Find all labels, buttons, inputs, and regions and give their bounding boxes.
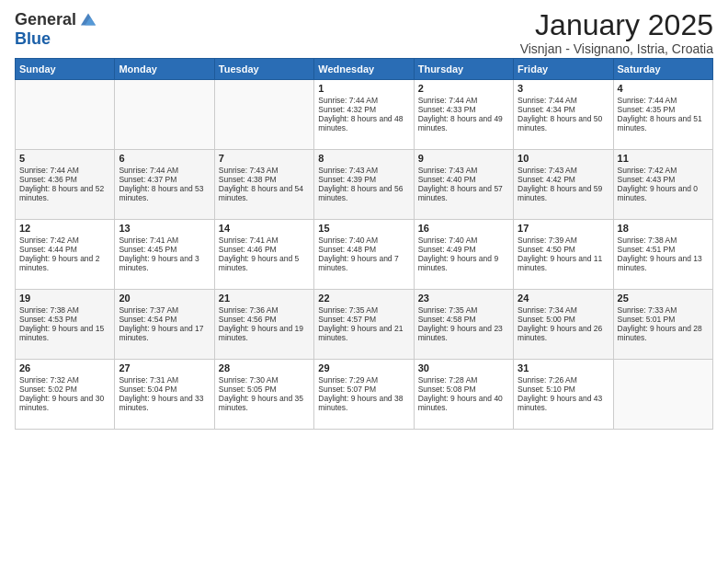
day-number: 12 — [19, 223, 110, 234]
calendar-cell: 18Sunrise: 7:38 AMSunset: 4:51 PMDayligh… — [613, 220, 712, 290]
day-info-line: Daylight: 9 hours and 3 minutes. — [119, 254, 210, 272]
day-number: 3 — [518, 83, 609, 94]
calendar-cell: 8Sunrise: 7:43 AMSunset: 4:39 PMDaylight… — [314, 150, 414, 220]
calendar-cell: 26Sunrise: 7:32 AMSunset: 5:02 PMDayligh… — [16, 360, 115, 430]
day-info-line: Daylight: 9 hours and 40 minutes. — [418, 394, 509, 412]
location-title: Visnjan - Visignano, Istria, Croatia — [520, 41, 713, 56]
calendar-cell: 11Sunrise: 7:42 AMSunset: 4:43 PMDayligh… — [613, 150, 712, 220]
day-info-line: Daylight: 9 hours and 7 minutes. — [318, 254, 409, 272]
calendar-cell: 22Sunrise: 7:35 AMSunset: 4:57 PMDayligh… — [314, 290, 414, 360]
calendar-cell: 27Sunrise: 7:31 AMSunset: 5:04 PMDayligh… — [115, 360, 214, 430]
day-info-line: Sunrise: 7:26 AM — [518, 375, 609, 385]
day-info-line: Daylight: 8 hours and 59 minutes. — [518, 184, 609, 202]
day-number: 22 — [318, 293, 409, 304]
day-number: 28 — [219, 362, 310, 373]
day-info-line: Sunrise: 7:43 AM — [518, 166, 609, 175]
calendar-cell: 7Sunrise: 7:43 AMSunset: 4:38 PMDaylight… — [214, 150, 313, 220]
calendar-header: SundayMondayTuesdayWednesdayThursdayFrid… — [16, 59, 713, 80]
weekday-header-row: SundayMondayTuesdayWednesdayThursdayFrid… — [16, 59, 713, 80]
day-info-line: Sunset: 4:34 PM — [518, 105, 609, 114]
calendar-cell: 5Sunrise: 7:44 AMSunset: 4:36 PMDaylight… — [16, 150, 115, 220]
day-info-line: Sunset: 4:35 PM — [618, 105, 709, 114]
day-info-line: Sunset: 5:05 PM — [219, 385, 310, 394]
day-info-line: Sunset: 4:46 PM — [219, 245, 310, 254]
day-info-line: Sunrise: 7:41 AM — [219, 236, 310, 245]
day-info-line: Sunrise: 7:39 AM — [518, 236, 609, 245]
day-info-line: Daylight: 9 hours and 15 minutes. — [19, 324, 110, 342]
calendar-cell: 14Sunrise: 7:41 AMSunset: 4:46 PMDayligh… — [214, 220, 313, 290]
day-info-line: Sunset: 4:49 PM — [418, 245, 509, 254]
day-info-line: Sunset: 4:42 PM — [518, 175, 609, 184]
calendar-body: 1Sunrise: 7:44 AMSunset: 4:32 PMDaylight… — [16, 80, 713, 430]
calendar-week-row: 12Sunrise: 7:42 AMSunset: 4:44 PMDayligh… — [16, 220, 713, 290]
day-info-line: Daylight: 9 hours and 19 minutes. — [219, 324, 310, 342]
calendar-cell — [214, 80, 313, 150]
day-info-line: Sunset: 4:33 PM — [418, 105, 509, 114]
weekday-header-cell: Tuesday — [214, 59, 313, 80]
weekday-header-cell: Thursday — [414, 59, 513, 80]
calendar-cell: 31Sunrise: 7:26 AMSunset: 5:10 PMDayligh… — [514, 360, 613, 430]
calendar-cell — [16, 80, 115, 150]
day-number: 19 — [19, 293, 110, 304]
day-info-line: Sunrise: 7:43 AM — [219, 166, 310, 175]
day-info-line: Sunrise: 7:31 AM — [119, 375, 210, 385]
day-info-line: Sunrise: 7:35 AM — [418, 305, 509, 315]
calendar-week-row: 19Sunrise: 7:38 AMSunset: 4:53 PMDayligh… — [16, 290, 713, 360]
day-number: 4 — [618, 83, 709, 94]
day-info-line: Sunset: 4:56 PM — [219, 315, 310, 324]
day-info-line: Sunset: 5:02 PM — [19, 385, 110, 394]
calendar-cell: 30Sunrise: 7:28 AMSunset: 5:08 PMDayligh… — [414, 360, 513, 430]
logo-text-blue: Blue — [15, 29, 51, 49]
day-number: 27 — [119, 362, 210, 373]
day-number: 24 — [518, 293, 609, 304]
weekday-header-cell: Friday — [514, 59, 613, 80]
logo-text-general: General — [15, 10, 76, 29]
day-info-line: Sunset: 5:08 PM — [418, 385, 509, 394]
day-info-line: Sunrise: 7:28 AM — [418, 375, 509, 385]
calendar-cell: 23Sunrise: 7:35 AMSunset: 4:58 PMDayligh… — [414, 290, 513, 360]
calendar-cell: 10Sunrise: 7:43 AMSunset: 4:42 PMDayligh… — [514, 150, 613, 220]
page-container: General Blue January 2025 Visnjan - Visi… — [0, 0, 728, 439]
day-number: 15 — [318, 223, 409, 234]
day-info-line: Sunset: 4:57 PM — [318, 315, 409, 324]
day-info-line: Sunset: 4:39 PM — [318, 175, 409, 184]
day-info-line: Sunset: 5:01 PM — [618, 315, 709, 324]
calendar-cell: 20Sunrise: 7:37 AMSunset: 4:54 PMDayligh… — [115, 290, 214, 360]
day-info-line: Sunset: 4:54 PM — [119, 315, 210, 324]
day-info-line: Sunset: 4:58 PM — [418, 315, 509, 324]
day-info-line: Daylight: 8 hours and 52 minutes. — [19, 184, 110, 202]
day-number: 29 — [318, 362, 409, 373]
calendar-cell: 1Sunrise: 7:44 AMSunset: 4:32 PMDaylight… — [314, 80, 414, 150]
day-info-line: Daylight: 8 hours and 53 minutes. — [119, 184, 210, 202]
day-info-line: Daylight: 8 hours and 57 minutes. — [418, 184, 509, 202]
day-info-line: Sunrise: 7:44 AM — [618, 96, 709, 105]
day-number: 2 — [418, 83, 509, 94]
day-info-line: Sunrise: 7:44 AM — [418, 96, 509, 105]
calendar-cell: 15Sunrise: 7:40 AMSunset: 4:48 PMDayligh… — [314, 220, 414, 290]
day-number: 23 — [418, 293, 509, 304]
calendar-cell: 24Sunrise: 7:34 AMSunset: 5:00 PMDayligh… — [514, 290, 613, 360]
day-info-line: Sunrise: 7:40 AM — [418, 236, 509, 245]
day-info-line: Sunrise: 7:44 AM — [19, 166, 110, 175]
calendar-cell: 29Sunrise: 7:29 AMSunset: 5:07 PMDayligh… — [314, 360, 414, 430]
day-info-line: Daylight: 9 hours and 43 minutes. — [518, 394, 609, 412]
day-info-line: Sunset: 4:37 PM — [119, 175, 210, 184]
day-info-line: Sunset: 5:04 PM — [119, 385, 210, 394]
day-number: 6 — [119, 153, 210, 164]
day-info-line: Daylight: 9 hours and 2 minutes. — [19, 254, 110, 272]
day-info-line: Daylight: 9 hours and 38 minutes. — [318, 394, 409, 412]
day-number: 31 — [518, 362, 609, 373]
day-info-line: Daylight: 8 hours and 51 minutes. — [618, 114, 709, 132]
weekday-header-cell: Wednesday — [314, 59, 414, 80]
day-info-line: Daylight: 9 hours and 9 minutes. — [418, 254, 509, 272]
day-info-line: Sunrise: 7:36 AM — [219, 305, 310, 315]
day-info-line: Sunrise: 7:38 AM — [19, 305, 110, 315]
day-number: 20 — [119, 293, 210, 304]
day-info-line: Sunrise: 7:42 AM — [19, 236, 110, 245]
day-info-line: Sunrise: 7:32 AM — [19, 375, 110, 385]
day-number: 5 — [19, 153, 110, 164]
day-info-line: Sunset: 4:44 PM — [19, 245, 110, 254]
calendar-cell: 21Sunrise: 7:36 AMSunset: 4:56 PMDayligh… — [214, 290, 313, 360]
day-number: 26 — [19, 362, 110, 373]
day-info-line: Sunset: 4:45 PM — [119, 245, 210, 254]
